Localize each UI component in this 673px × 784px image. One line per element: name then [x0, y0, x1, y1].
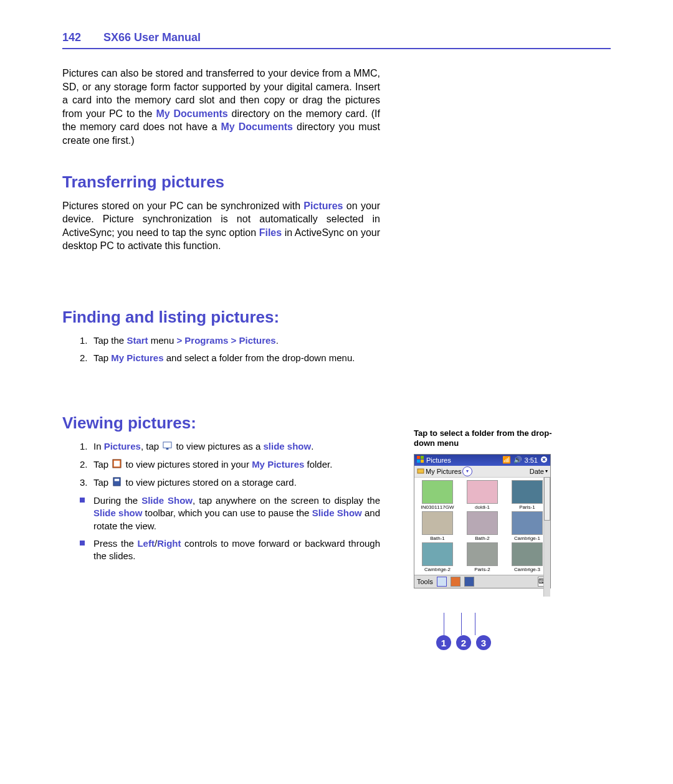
thumbnail-item[interactable]: Paris-2 [461, 542, 504, 572]
thumbnail-image[interactable] [422, 480, 453, 504]
device-screenshot: Pictures 📶 🔊 3:51 My Pictures ▾ Date ▾ I… [414, 454, 551, 588]
legend-bullet-1: 1 [436, 635, 451, 650]
page-number: 142 [62, 31, 81, 44]
storage-card-btn-icon[interactable] [464, 577, 474, 587]
thumbnail-label: IN0301117GW [416, 504, 459, 510]
list-item: Press the Left/Right controls to move fo… [80, 537, 380, 563]
device-titlebar: Pictures 📶 🔊 3:51 [414, 455, 550, 466]
list-item: 3. Tap to view pictures stored on a stor… [80, 476, 380, 489]
thumbnail-item[interactable]: Bath-2 [461, 511, 504, 541]
keyword-pictures: Pictures [303, 201, 343, 211]
section-finding-title: Finding and listing pictures: [62, 306, 380, 328]
list-item: 2. Tap My Pictures and select a folder f… [80, 352, 380, 364]
thumbnail-image[interactable] [467, 542, 498, 566]
device-bottombar: Tools ⌨ [414, 575, 550, 588]
thumbnail-image[interactable] [512, 480, 543, 504]
svg-rect-11 [418, 469, 424, 473]
square-bullet-icon [80, 541, 85, 545]
signal-icon: 📶 [502, 456, 511, 464]
intro-paragraph: Pictures can also be stored and transfer… [62, 67, 380, 148]
keyword-files: Files [259, 227, 282, 238]
thumbnail-item[interactable]: IN0301117GW [416, 480, 459, 510]
folder-dropdown-arrow-icon[interactable]: ▾ [462, 466, 472, 476]
tools-menu[interactable]: Tools [417, 578, 433, 585]
thumbnail-label: Cambrige-1 [505, 536, 549, 541]
legend-line [461, 613, 462, 635]
thumbnail-label: Paris-1 [505, 504, 549, 510]
thumbnail-item[interactable]: Bath-1 [416, 511, 459, 541]
legend-bullet-2: 2 [456, 635, 471, 650]
thumbnail-label: Paris-2 [461, 567, 504, 572]
titlebar-time: 3:51 [525, 456, 538, 464]
slideshow-icon [163, 441, 172, 453]
square-bullet-icon [80, 498, 85, 503]
my-pictures-icon [112, 459, 122, 471]
slideshow-btn-icon[interactable] [437, 577, 447, 587]
thumbnail-grid: IN0301117GWdoldi-1Paris-1Bath-1Bath-2Cam… [414, 478, 550, 575]
thumbnail-image[interactable] [467, 511, 498, 535]
legend-line [475, 613, 475, 635]
thumbnail-item[interactable]: Cambrige-1 [505, 511, 549, 541]
svg-rect-0 [163, 442, 171, 448]
thumbnail-image[interactable] [512, 542, 543, 566]
thumbnail-image[interactable] [422, 542, 453, 566]
chevron-down-icon[interactable]: ▾ [545, 468, 548, 474]
device-caption: Tap to select a folder from the drop-dow… [414, 428, 557, 449]
page-title: SX66 User Manual [103, 31, 201, 44]
svg-rect-5 [115, 479, 120, 481]
titlebar-app-name: Pictures [426, 456, 451, 464]
folder-icon [417, 467, 424, 476]
speaker-icon: 🔊 [513, 456, 522, 464]
finding-steps-list: 1. Tap the Start menu > Programs > Pictu… [80, 334, 380, 365]
keyword-my-documents: My Documents [156, 108, 227, 119]
thumbnail-label: Bath-2 [461, 536, 504, 541]
list-item: 2. Tap to view pictures stored in your M… [80, 458, 380, 471]
legend-line [444, 613, 444, 635]
transferring-paragraph: Pictures stored on your PC can be synchr… [62, 199, 380, 253]
svg-rect-1 [166, 448, 169, 450]
svg-rect-3 [114, 461, 120, 466]
list-item: 1. In Pictures, tap to view pictures as … [80, 440, 380, 453]
list-item: During the Slide Show, tap anywhere on t… [80, 494, 380, 532]
section-transferring-title: Transferring pictures [62, 171, 380, 193]
my-pictures-btn-icon[interactable] [451, 577, 461, 587]
thumbnail-item[interactable]: doldi-1 [461, 480, 504, 510]
legend-row: 1 2 3 [436, 635, 491, 650]
thumbnail-label: Bath-1 [416, 536, 459, 541]
keyword-my-documents-2: My Documents [221, 121, 292, 132]
page-header: 142 SX66 User Manual [62, 31, 611, 49]
scroll-thumb[interactable] [544, 477, 550, 521]
thumbnail-label: Cambrige-3 [505, 567, 549, 572]
folder-dropdown-label[interactable]: My Pictures [426, 468, 461, 475]
list-item: 1. Tap the Start menu > Programs > Pictu… [80, 334, 380, 347]
svg-rect-8 [417, 460, 420, 463]
viewing-steps-list: 1. In Pictures, tap to view pictures as … [80, 440, 380, 563]
thumbnail-image[interactable] [422, 511, 453, 535]
close-icon[interactable] [540, 456, 548, 465]
svg-rect-6 [417, 456, 420, 459]
thumbnail-image[interactable] [467, 480, 498, 504]
thumbnail-label: Cambrige-2 [416, 567, 459, 572]
device-folderbar: My Pictures ▾ Date ▾ [414, 466, 550, 478]
thumbnail-item[interactable]: Cambrige-2 [416, 542, 459, 572]
thumbnail-item[interactable]: Paris-1 [505, 480, 549, 510]
storage-card-icon [112, 477, 122, 489]
thumbnail-label: doldi-1 [461, 504, 504, 510]
sort-label[interactable]: Date [530, 468, 544, 475]
svg-rect-7 [421, 456, 424, 459]
section-viewing-title: Viewing pictures: [62, 412, 380, 434]
legend-bullet-3: 3 [476, 635, 491, 650]
start-flag-icon[interactable] [417, 456, 424, 465]
thumbnail-item[interactable]: Cambrige-3 [505, 542, 549, 572]
svg-rect-9 [421, 460, 424, 463]
scrollbar[interactable] [543, 477, 550, 597]
thumbnail-image[interactable] [512, 511, 543, 535]
